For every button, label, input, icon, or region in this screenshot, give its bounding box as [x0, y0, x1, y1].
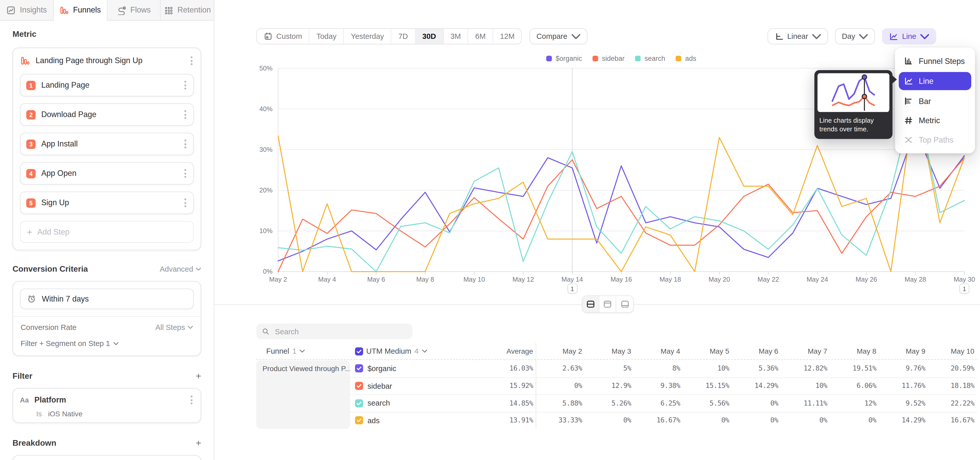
annotation-badge[interactable]: 1	[567, 283, 577, 293]
layout-bottom-panel-icon[interactable]	[616, 296, 633, 312]
annotation-badge[interactable]: 1	[959, 283, 969, 293]
top-paths-icon	[904, 135, 913, 145]
date-column-header[interactable]: May 6	[732, 347, 781, 355]
row-checkbox-ads[interactable]	[355, 416, 363, 425]
funnel-cell[interactable]: Product Viewed through P...	[256, 361, 350, 429]
funnel-step-sign-up[interactable]: 5Sign Up	[20, 192, 194, 214]
filter-operator[interactable]: Is	[36, 410, 42, 417]
row-checkbox-sidebar[interactable]	[355, 382, 363, 390]
cell-value: 18.18%	[928, 382, 977, 390]
layout-split-rows-icon[interactable]	[582, 296, 599, 312]
chart-type-tooltip: Line charts display trends over time.	[815, 70, 892, 139]
tooltip-thumbnail	[818, 73, 889, 112]
filter-card: Aa Platform Is iOS Native	[13, 388, 201, 423]
step-kebab-icon[interactable]	[183, 168, 188, 179]
cell-value: 0%	[585, 416, 634, 425]
tab-flows[interactable]: Flows	[107, 0, 161, 21]
average-value: 15.92%	[444, 382, 536, 390]
metric-kebab-icon[interactable]	[189, 55, 194, 66]
date-column-header[interactable]: May 4	[634, 347, 682, 355]
table-row-ads[interactable]: ads13.91%33.33%0%16.67%0%0%0%0%14.29%16.…	[256, 411, 977, 428]
date-column-header[interactable]: May 5	[682, 347, 732, 355]
filter-value[interactable]: iOS Native	[48, 410, 83, 417]
date-column-header[interactable]: May 2	[536, 343, 585, 359]
breakdown-col-label: UTM Medium	[366, 347, 411, 356]
date-column-header[interactable]: May 7	[781, 347, 830, 355]
funnel-step-download-page[interactable]: 2Download Page	[20, 103, 194, 126]
step-kebab-icon[interactable]	[183, 109, 188, 120]
filter-property[interactable]: Platform	[35, 396, 184, 404]
cell-value: 0%	[732, 416, 781, 425]
metric-title: Landing Page through Sign Up	[36, 56, 184, 65]
advanced-dropdown[interactable]: Advanced	[160, 265, 201, 273]
funnel-step-app-install[interactable]: 3App Install	[20, 133, 194, 155]
date-column-header[interactable]: May 3	[585, 347, 634, 355]
date-column-header[interactable]: May 10	[928, 347, 977, 355]
row-name: ads	[368, 416, 380, 425]
step-label: Sign Up	[41, 198, 178, 207]
tab-label: Funnels	[73, 6, 101, 14]
funnel-steps-icon	[904, 56, 913, 65]
cell-value: 0%	[830, 416, 879, 425]
tab-retention[interactable]: Retention	[161, 0, 215, 21]
line-chart[interactable]: 0%10%20%30%40%50%May 2May 4May 6May 8May…	[215, 0, 980, 297]
series-line-organic	[278, 129, 964, 261]
step-kebab-icon[interactable]	[183, 138, 188, 150]
menu-item-bar[interactable]: Bar	[899, 93, 971, 109]
row-checkbox-search[interactable]	[355, 399, 363, 407]
cell-value: 5.88%	[536, 395, 585, 411]
layout-top-panel-icon[interactable]	[600, 296, 616, 312]
y-axis-tick-label: 10%	[259, 227, 272, 234]
add-filter-button[interactable]: +	[196, 371, 201, 380]
tab-funnels[interactable]: Funnels	[54, 0, 107, 21]
add-step-label: Add Step	[37, 227, 69, 236]
menu-item-funnel-steps[interactable]: Funnel Steps	[899, 53, 971, 70]
cell-value: 20.59%	[928, 364, 977, 372]
menu-item-line[interactable]: Line	[899, 72, 971, 90]
breakdown-column-header[interactable]: UTM Medium 4	[350, 347, 444, 356]
table-row-sidebar[interactable]: sidebar15.92%0%12.9%9.38%15.15%14.29%10%…	[256, 377, 977, 395]
row-name: search	[368, 399, 390, 407]
table-row-organic[interactable]: $organic16.03%2.63%5%8%10%5.36%12.82%19.…	[256, 360, 977, 377]
tab-insights[interactable]: Insights	[0, 0, 54, 21]
date-column-header[interactable]: May 8	[830, 347, 879, 355]
funnel-step-landing-page[interactable]: 1Landing Page	[20, 74, 194, 96]
date-column-header[interactable]: May 9	[879, 347, 928, 355]
step-kebab-icon[interactable]	[183, 197, 188, 208]
menu-item-metric[interactable]: Metric	[899, 112, 971, 129]
funnel-column-header[interactable]: Funnel 1	[256, 347, 350, 356]
select-all-checkbox[interactable]	[355, 347, 363, 355]
add-breakdown-button[interactable]: +	[196, 438, 201, 447]
filter-segment-dropdown[interactable]: Filter + Segment on Step 1	[13, 334, 200, 356]
average-column-header[interactable]: Average	[444, 347, 536, 355]
cell-value: 5.26%	[585, 399, 634, 407]
add-step-button[interactable]: + Add Step	[20, 221, 194, 243]
conversion-window-button[interactable]: Within 7 days	[20, 289, 194, 309]
step-kebab-icon[interactable]	[183, 80, 188, 91]
y-axis-tick-label: 40%	[259, 105, 272, 112]
menu-item-top-paths: Top Paths	[899, 131, 971, 148]
step-label: App Open	[41, 169, 178, 177]
cell-value: 9.76%	[879, 364, 928, 372]
x-axis-tick-label: May 16	[611, 276, 632, 283]
x-axis-tick-label: May 6	[367, 276, 385, 283]
table-search[interactable]	[256, 324, 412, 339]
funnel-step-app-open[interactable]: 4App Open	[20, 162, 194, 185]
flows-icon	[117, 5, 126, 15]
row-checkbox-organic[interactable]	[355, 364, 363, 372]
cell-value: 22.22%	[928, 399, 977, 407]
step-label: Landing Page	[41, 81, 178, 89]
funnel-steps-list: 1Landing Page2Download Page3App Install4…	[20, 74, 194, 214]
step-number-badge: 4	[26, 169, 36, 178]
conversion-rate-dropdown[interactable]: All Steps	[156, 323, 193, 332]
filter-kebab-icon[interactable]	[189, 395, 194, 406]
conversion-window-label: Within 7 days	[42, 294, 89, 303]
cell-value: 5.56%	[682, 399, 732, 407]
plus-icon: +	[27, 227, 32, 236]
cell-value: 12.9%	[585, 382, 634, 390]
x-axis-tick-label: May 10	[463, 276, 485, 283]
table-row-search[interactable]: search14.85%5.88%5.26%6.25%5.56%0%11.11%…	[256, 395, 977, 411]
chevron-down-icon	[196, 267, 201, 271]
search-input[interactable]	[274, 326, 407, 336]
step-number-badge: 2	[26, 110, 36, 119]
